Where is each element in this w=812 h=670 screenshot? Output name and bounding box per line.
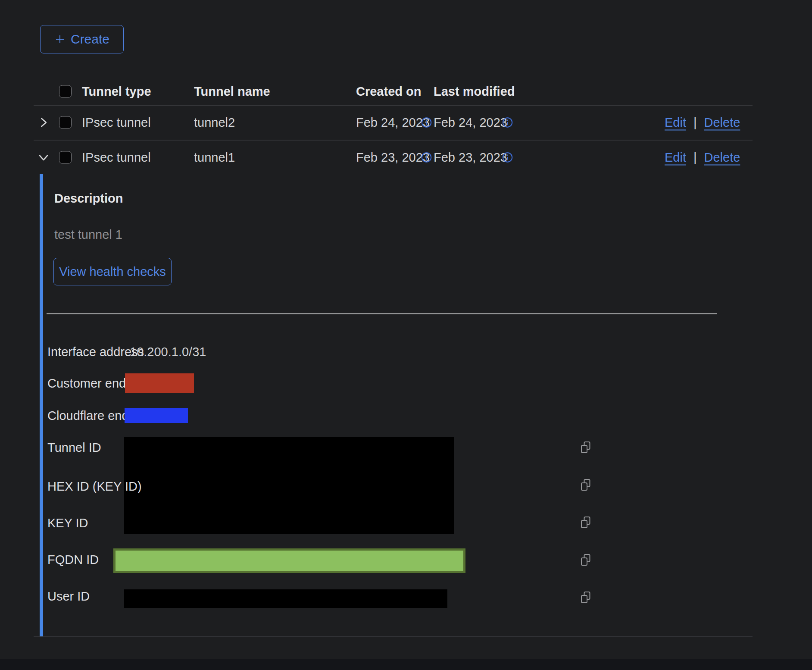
info-icon[interactable]: [421, 152, 432, 163]
ipsec-tunnels-page: Create Tunnel type Tunnel name Created o…: [0, 0, 812, 670]
create-button[interactable]: Create: [40, 25, 124, 53]
table-header-row: Tunnel type Tunnel name Created on Last …: [34, 78, 753, 106]
row-actions: Edit | Delete: [665, 115, 740, 129]
row-actions: Edit | Delete: [665, 150, 740, 165]
cell-tunnel-name: tunnel2: [194, 115, 235, 129]
detail-label-fqdn-id: FQDN ID: [47, 553, 99, 567]
column-header-tunnel-type: Tunnel type: [82, 85, 151, 99]
table-row-tunnel1: IPsec tunnel tunnel1 Feb 23, 2023 Feb 23…: [34, 141, 753, 174]
cell-last-modified: Feb 24, 2023: [434, 115, 507, 129]
info-icon[interactable]: [502, 152, 513, 163]
cell-last-modified: Feb 23, 2023: [434, 150, 507, 165]
detail-label-tunnel-id: Tunnel ID: [47, 441, 101, 455]
redacted-customer-endpoint-value: [125, 373, 194, 393]
description-label: Description: [54, 191, 123, 206]
edit-link[interactable]: Edit: [665, 115, 686, 129]
column-header-created-on: Created on: [356, 85, 421, 99]
copy-icon[interactable]: [580, 554, 591, 567]
detail-value-interface-address: 10.200.1.0/31: [130, 345, 206, 359]
cell-tunnel-name: tunnel1: [194, 150, 235, 165]
column-header-last-modified: Last modified: [434, 85, 515, 99]
actions-separator: |: [693, 150, 697, 165]
create-button-label: Create: [71, 32, 109, 47]
edit-link[interactable]: Edit: [665, 150, 686, 165]
cell-created-on: Feb 23, 2023: [356, 150, 430, 165]
detail-label-key-id: KEY ID: [47, 516, 88, 530]
view-health-checks-label: View health checks: [59, 265, 166, 279]
panel-bottom-divider: [34, 636, 753, 637]
column-header-tunnel-name: Tunnel name: [194, 85, 270, 99]
view-health-checks-button[interactable]: View health checks: [53, 258, 172, 285]
redacted-fqdn-id-value: [113, 548, 465, 573]
actions-separator: |: [693, 115, 697, 129]
copy-icon[interactable]: [580, 516, 591, 529]
cell-created-on: Feb 24, 2023: [356, 115, 430, 129]
panel-divider: [47, 313, 717, 314]
detail-label-hex-id-key-id: HEX ID (KEY ID): [47, 479, 142, 494]
redacted-cloudflare-endpoint-value: [125, 408, 188, 423]
chevron-down-icon[interactable]: [37, 151, 50, 164]
copy-icon[interactable]: [580, 479, 591, 492]
row-checkbox[interactable]: [59, 151, 72, 164]
copy-icon[interactable]: [580, 591, 591, 604]
page-bottom-edge: [0, 659, 812, 670]
delete-link[interactable]: Delete: [704, 150, 740, 165]
cell-tunnel-type: IPsec tunnel: [82, 150, 151, 165]
redacted-tunnel-id-hex-id-key-id-values: [124, 437, 454, 534]
detail-label-user-id: User ID: [47, 589, 90, 604]
row-checkbox[interactable]: [59, 116, 72, 128]
cell-tunnel-type: IPsec tunnel: [82, 115, 151, 129]
plus-icon: [54, 34, 66, 45]
redacted-user-id-value: [124, 589, 447, 608]
copy-icon[interactable]: [580, 441, 591, 454]
table-row-tunnel2: IPsec tunnel tunnel2 Feb 24, 2023 Feb 24…: [34, 105, 753, 141]
expansion-accent-bar: [40, 174, 43, 637]
info-icon[interactable]: [421, 116, 432, 128]
select-all-checkbox[interactable]: [59, 85, 72, 98]
description-value: test tunnel 1: [54, 228, 122, 242]
delete-link[interactable]: Delete: [704, 115, 740, 129]
info-icon[interactable]: [502, 116, 513, 128]
chevron-right-icon[interactable]: [37, 116, 50, 129]
